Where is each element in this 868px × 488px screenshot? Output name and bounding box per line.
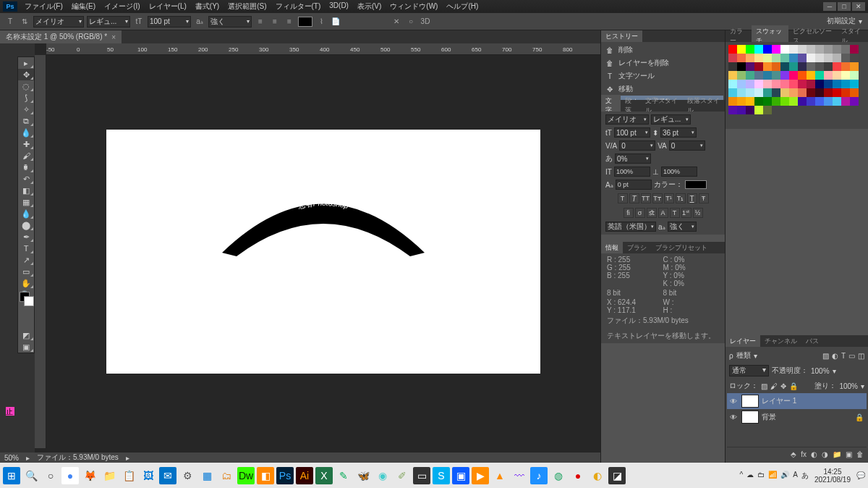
tray-icon[interactable]: 🗀 <box>757 471 765 481</box>
fx-icon[interactable]: fx <box>801 450 807 458</box>
swatch[interactable] <box>815 71 824 80</box>
tsume-select[interactable]: 0% <box>615 153 651 164</box>
swatch[interactable] <box>841 71 850 80</box>
hscale-input[interactable] <box>661 167 697 177</box>
taskbar-app-icon[interactable]: ◉ <box>374 467 391 484</box>
menu-item[interactable]: 編集(E) <box>67 0 100 13</box>
taskbar-app-icon[interactable]: ♪ <box>530 467 548 484</box>
taskbar-app-icon[interactable]: 📋 <box>120 467 137 484</box>
hand-tool[interactable]: ✋ <box>18 277 34 289</box>
swatch[interactable] <box>746 54 754 62</box>
visibility-icon[interactable]: 👁 <box>730 397 739 405</box>
swatch[interactable] <box>754 62 763 71</box>
history-item[interactable]: 🗑レイヤーを削除 <box>603 56 723 70</box>
mask-icon[interactable]: ◐ <box>811 450 817 458</box>
ot-sa[interactable]: ﬆ <box>647 208 657 218</box>
swatch[interactable] <box>754 106 763 114</box>
swatch[interactable] <box>746 88 754 97</box>
swatch[interactable] <box>763 45 772 54</box>
taskbar-app-icon[interactable]: 〰 <box>511 467 528 484</box>
tray-icon[interactable]: ☁ <box>746 471 754 481</box>
swatch[interactable] <box>841 80 850 88</box>
workspace-switcher[interactable]: 初期設定▾ <box>827 16 862 26</box>
swatch[interactable] <box>824 54 833 62</box>
swatch[interactable] <box>807 71 815 80</box>
menu-item[interactable]: レイヤー(L) <box>145 0 191 13</box>
taskbar-app-icon[interactable]: ◪ <box>608 467 626 484</box>
ot-frac[interactable]: ½ <box>693 208 703 218</box>
swatch[interactable] <box>850 80 859 88</box>
background-color[interactable] <box>24 296 34 306</box>
font-family-select[interactable]: メイリオ <box>33 16 84 28</box>
3d-icon[interactable]: 3D <box>420 16 431 28</box>
swatch[interactable] <box>763 88 772 97</box>
swatch[interactable] <box>737 88 746 97</box>
taskbar-app-icon[interactable]: ▦ <box>198 467 216 484</box>
swatch[interactable] <box>807 45 815 54</box>
swatch[interactable] <box>824 80 833 88</box>
maximize-button[interactable]: □ <box>838 2 851 11</box>
taskbar-app-icon[interactable]: 🦊 <box>81 467 98 484</box>
blend-mode-select[interactable]: 通常▾ <box>729 365 769 376</box>
swatch[interactable] <box>824 88 833 97</box>
menu-item[interactable]: フィルター(T) <box>271 0 326 13</box>
taskbar-app-icon[interactable]: ◧ <box>257 467 274 484</box>
panel-tab[interactable]: チャンネル <box>760 335 801 348</box>
swatch[interactable] <box>772 62 780 71</box>
history-brush-tool[interactable]: ↶ <box>18 173 34 185</box>
swatch[interactable] <box>789 62 798 71</box>
swatch[interactable] <box>754 88 763 97</box>
history-item[interactable]: ✥移動 <box>603 83 723 96</box>
taskbar-app-icon[interactable]: ✐ <box>393 467 411 484</box>
swatch[interactable] <box>737 71 746 80</box>
swatch[interactable] <box>850 97 859 106</box>
swatch[interactable] <box>737 54 746 62</box>
swatch[interactable] <box>737 80 746 88</box>
move-tool[interactable]: ✥ <box>18 69 34 80</box>
tray-icon[interactable]: A <box>793 471 798 481</box>
align-right-icon[interactable]: ≡ <box>284 16 295 28</box>
swatch[interactable] <box>815 45 824 54</box>
baseline-input[interactable] <box>616 180 652 190</box>
cancel-icon[interactable]: ✕ <box>391 16 402 28</box>
vscale-input[interactable] <box>614 167 650 177</box>
swatch[interactable] <box>798 45 807 54</box>
menu-item[interactable]: ウィンドウ(W) <box>386 0 442 13</box>
taskbar-app-icon[interactable]: X <box>315 467 333 484</box>
swatch[interactable] <box>763 71 772 80</box>
swatch[interactable] <box>815 88 824 97</box>
menu-item[interactable]: 書式(Y) <box>191 0 224 13</box>
lasso-tool[interactable]: ⟆ <box>18 92 34 104</box>
menu-item[interactable]: ファイル(F) <box>20 0 67 13</box>
warped-text[interactable]: 忍者Photoshop <box>222 184 425 256</box>
taskbar-app-icon[interactable]: ▶ <box>472 467 489 484</box>
swatch[interactable] <box>833 88 841 97</box>
strike-button[interactable]: Ŧ <box>699 193 709 203</box>
swatch[interactable] <box>789 45 798 54</box>
marquee-tool[interactable]: ◌ <box>18 80 34 92</box>
swatch[interactable] <box>746 106 754 114</box>
panel-tab[interactable]: ブラシプリセット <box>651 242 712 254</box>
swatch[interactable] <box>807 80 815 88</box>
swatch[interactable] <box>841 54 850 62</box>
text-color-swatch[interactable] <box>298 17 312 27</box>
swatch[interactable] <box>833 80 841 88</box>
lock-paint-icon[interactable]: 🖌 <box>770 382 778 390</box>
swatch[interactable] <box>780 97 789 106</box>
blur-tool[interactable]: 💧 <box>18 208 34 219</box>
swatch[interactable] <box>841 97 850 106</box>
swatch[interactable] <box>850 62 859 71</box>
canvas-area[interactable]: 忍者Photoshop <box>46 55 600 448</box>
swatch[interactable] <box>737 106 746 114</box>
taskbar-app-icon[interactable]: ▲ <box>491 467 509 484</box>
swatch[interactable] <box>815 54 824 62</box>
swatch[interactable] <box>780 88 789 97</box>
lang-select[interactable]: 英語（米国） <box>605 222 656 232</box>
swatch[interactable] <box>763 80 772 88</box>
swatch[interactable] <box>841 45 850 54</box>
subscript-button[interactable]: T₁ <box>676 193 686 203</box>
close-button[interactable]: ✕ <box>852 2 865 11</box>
swatch[interactable] <box>763 54 772 62</box>
taskbar-app-icon[interactable]: ⊞ <box>3 467 20 484</box>
swatch[interactable] <box>772 97 780 106</box>
